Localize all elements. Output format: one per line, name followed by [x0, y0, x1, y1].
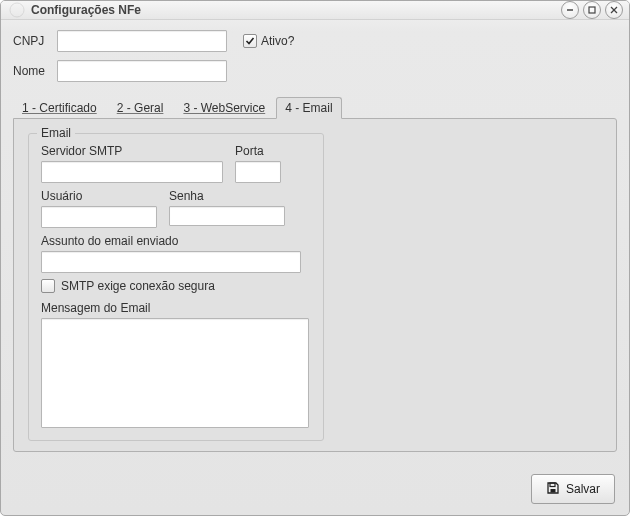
- cnpj-label: CNPJ: [13, 34, 57, 48]
- ativo-checkbox-wrap[interactable]: Ativo?: [243, 34, 294, 48]
- ssl-checkbox[interactable]: [41, 279, 55, 293]
- close-button[interactable]: [605, 1, 623, 19]
- assunto-label: Assunto do email enviado: [41, 234, 311, 248]
- ativo-checkbox[interactable]: [243, 34, 257, 48]
- tab-label: 1 - Certificado: [22, 101, 97, 115]
- tab-email[interactable]: 4 - Email: [276, 97, 341, 119]
- titlebar: Configurações NFe: [1, 1, 629, 20]
- save-button-label: Salvar: [566, 482, 600, 496]
- senha-label: Senha: [169, 189, 285, 203]
- svg-rect-5: [550, 483, 555, 487]
- tab-webservice[interactable]: 3 - WebService: [174, 97, 274, 118]
- save-icon: [546, 481, 560, 498]
- maximize-button[interactable]: [583, 1, 601, 19]
- window-root: Configurações NFe CNPJ Ativo?: [0, 0, 630, 516]
- content-area: CNPJ Ativo? Nome 1 - Certificado 2 - Ger…: [1, 20, 629, 464]
- app-icon: [9, 2, 25, 18]
- ssl-checkbox-row[interactable]: SMTP exige conexão segura: [41, 279, 311, 293]
- svg-rect-2: [589, 7, 595, 13]
- ativo-label: Ativo?: [261, 34, 294, 48]
- senha-input[interactable]: [169, 206, 285, 226]
- tab-panel-email: Email Servidor SMTP Porta Usuário: [13, 118, 617, 452]
- check-icon: [245, 36, 255, 46]
- minimize-button[interactable]: [561, 1, 579, 19]
- tab-label: 4 - Email: [285, 101, 332, 115]
- window-buttons: [561, 1, 623, 19]
- tab-certificado[interactable]: 1 - Certificado: [13, 97, 106, 118]
- window-title: Configurações NFe: [31, 3, 561, 17]
- usuario-label: Usuário: [41, 189, 157, 203]
- tab-geral[interactable]: 2 - Geral: [108, 97, 173, 118]
- footer: Salvar: [1, 464, 629, 516]
- svg-rect-6: [550, 489, 555, 493]
- save-button[interactable]: Salvar: [531, 474, 615, 504]
- row-cnpj: CNPJ Ativo?: [13, 30, 617, 52]
- servidor-smtp-input[interactable]: [41, 161, 223, 183]
- porta-label: Porta: [235, 144, 281, 158]
- tab-label: 2 - Geral: [117, 101, 164, 115]
- nome-label: Nome: [13, 64, 57, 78]
- usuario-input[interactable]: [41, 206, 157, 228]
- servidor-smtp-label: Servidor SMTP: [41, 144, 223, 158]
- svg-point-0: [10, 3, 24, 17]
- cnpj-input[interactable]: [57, 30, 227, 52]
- assunto-input[interactable]: [41, 251, 301, 273]
- ssl-label: SMTP exige conexão segura: [61, 279, 215, 293]
- mensagem-label: Mensagem do Email: [41, 301, 311, 315]
- tab-strip: 1 - Certificado 2 - Geral 3 - WebService…: [13, 96, 617, 118]
- tab-label: 3 - WebService: [183, 101, 265, 115]
- email-fieldset: Email Servidor SMTP Porta Usuário: [28, 133, 324, 441]
- porta-input[interactable]: [235, 161, 281, 183]
- nome-input[interactable]: [57, 60, 227, 82]
- email-legend: Email: [37, 126, 75, 140]
- mensagem-textarea[interactable]: [41, 318, 309, 428]
- row-nome: Nome: [13, 60, 617, 82]
